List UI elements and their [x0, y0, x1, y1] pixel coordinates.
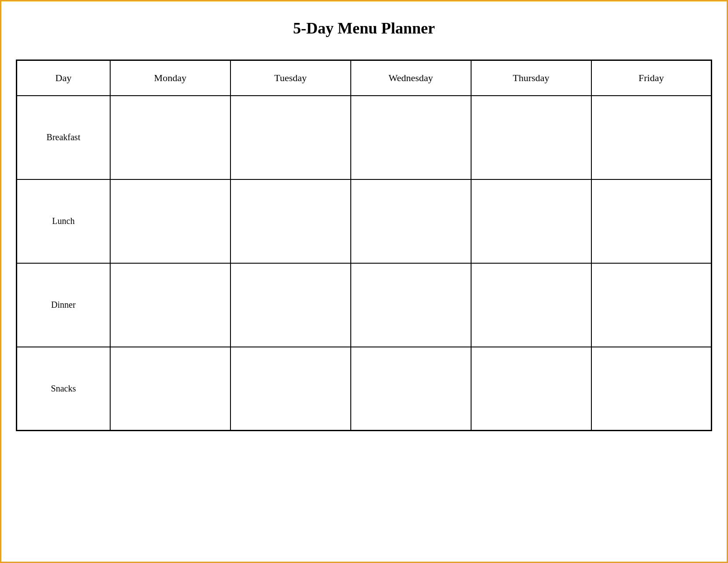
cell-snacks-wednesday[interactable] [351, 347, 471, 431]
meal-label-breakfast: Breakfast [17, 96, 110, 179]
cell-breakfast-friday[interactable] [591, 96, 712, 179]
cell-breakfast-wednesday[interactable] [351, 96, 471, 179]
header-friday: Friday [591, 60, 712, 96]
cell-dinner-tuesday[interactable] [230, 263, 351, 347]
meal-label-dinner: Dinner [17, 263, 110, 347]
cell-snacks-monday[interactable] [110, 347, 230, 431]
menu-planner-table: Day Monday Tuesday Wednesday Thursday Fr… [16, 60, 712, 431]
cell-lunch-tuesday[interactable] [230, 179, 351, 263]
cell-dinner-thursday[interactable] [471, 263, 591, 347]
header-day: Day [17, 60, 110, 96]
cell-snacks-tuesday[interactable] [230, 347, 351, 431]
cell-dinner-monday[interactable] [110, 263, 230, 347]
cell-dinner-wednesday[interactable] [351, 263, 471, 347]
meal-row: Snacks [17, 347, 712, 431]
cell-lunch-friday[interactable] [591, 179, 712, 263]
cell-dinner-friday[interactable] [591, 263, 712, 347]
cell-breakfast-tuesday[interactable] [230, 96, 351, 179]
header-thursday: Thursday [471, 60, 591, 96]
header-wednesday: Wednesday [351, 60, 471, 96]
cell-snacks-thursday[interactable] [471, 347, 591, 431]
cell-lunch-wednesday[interactable] [351, 179, 471, 263]
meal-label-lunch: Lunch [17, 179, 110, 263]
header-monday: Monday [110, 60, 230, 96]
cell-snacks-friday[interactable] [591, 347, 712, 431]
meal-row: Breakfast [17, 96, 712, 179]
header-tuesday: Tuesday [230, 60, 351, 96]
meal-row: Lunch [17, 179, 712, 263]
cell-breakfast-thursday[interactable] [471, 96, 591, 179]
meal-label-snacks: Snacks [17, 347, 110, 431]
cell-lunch-thursday[interactable] [471, 179, 591, 263]
meal-row: Dinner [17, 263, 712, 347]
cell-breakfast-monday[interactable] [110, 96, 230, 179]
header-row: Day Monday Tuesday Wednesday Thursday Fr… [17, 60, 712, 96]
cell-lunch-monday[interactable] [110, 179, 230, 263]
page-title: 5-Day Menu Planner [293, 19, 435, 37]
